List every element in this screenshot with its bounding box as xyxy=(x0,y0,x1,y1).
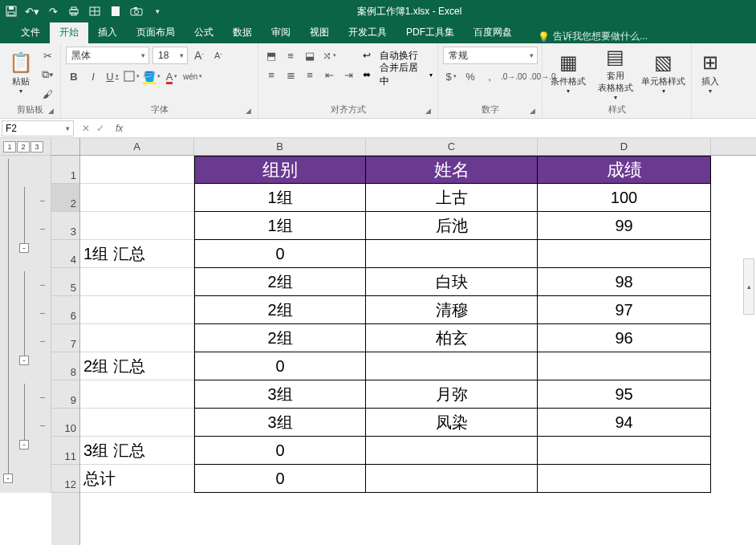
row-header[interactable]: 7 xyxy=(51,324,79,352)
tab-formulas[interactable]: 公式 xyxy=(185,22,223,43)
cell[interactable] xyxy=(80,268,194,296)
collapse-ribbon-button[interactable]: ▴ xyxy=(743,258,754,315)
dialog-launcher-icon[interactable]: ◢ xyxy=(243,107,253,116)
cell[interactable]: 组别 xyxy=(194,156,366,184)
tab-data[interactable]: 数据 xyxy=(223,22,262,43)
cell[interactable]: 0 xyxy=(194,465,366,493)
outline-level-3-button[interactable]: 3 xyxy=(30,141,43,153)
dialog-launcher-icon[interactable]: ◢ xyxy=(46,107,55,116)
qat-customize-icon[interactable]: ▾ xyxy=(151,5,164,18)
cell[interactable] xyxy=(366,437,538,465)
increase-indent-button[interactable]: ⇥ xyxy=(340,66,356,83)
insert-cells-button[interactable]: ⊞插入▾ xyxy=(697,47,724,100)
tab-file[interactable]: 文件 xyxy=(11,22,50,43)
row-header[interactable]: 6 xyxy=(51,296,79,324)
cell[interactable]: 2组 xyxy=(194,296,366,324)
tab-view[interactable]: 视图 xyxy=(300,22,339,43)
enter-formula-button[interactable]: ✓ xyxy=(96,123,104,134)
cell[interactable]: 柏玄 xyxy=(366,324,538,352)
redo-icon[interactable]: ↷ xyxy=(47,5,59,18)
row-header[interactable]: 1 xyxy=(51,156,79,184)
increase-font-button[interactable]: Aˆ xyxy=(191,47,207,64)
cancel-formula-button[interactable]: ✕ xyxy=(82,123,90,134)
outline-level-2-button[interactable]: 2 xyxy=(17,141,30,153)
cell[interactable]: 98 xyxy=(538,268,711,296)
outline-collapse-button[interactable]: - xyxy=(19,243,29,253)
cell[interactable] xyxy=(538,352,711,380)
row-header[interactable]: 4 xyxy=(51,240,79,268)
cell[interactable]: 0 xyxy=(194,437,366,465)
cell[interactable]: 3组 xyxy=(194,409,366,437)
cell[interactable]: 姓名 xyxy=(366,156,538,184)
align-bottom-button[interactable]: ⬓ xyxy=(302,47,318,64)
column-header[interactable]: A xyxy=(80,138,194,155)
quick-print-icon[interactable] xyxy=(67,5,80,18)
cell[interactable]: 上古 xyxy=(366,184,538,212)
cell-styles-button[interactable]: ▧单元格样式▾ xyxy=(641,47,686,100)
font-name-combo[interactable]: 黑体▾ xyxy=(66,47,149,64)
row-header[interactable]: 3 xyxy=(51,212,79,240)
bold-button[interactable]: B xyxy=(66,67,82,85)
cell[interactable]: 2组 xyxy=(194,268,366,296)
border-button[interactable] xyxy=(124,67,140,85)
fill-color-button[interactable]: 🪣 xyxy=(143,67,161,85)
row-header[interactable]: 8 xyxy=(51,352,79,380)
increase-decimal-button[interactable]: .0→.00 xyxy=(501,67,526,85)
row-header[interactable]: 11 xyxy=(51,437,79,465)
cell[interactable] xyxy=(80,156,194,184)
cell[interactable] xyxy=(366,352,538,380)
cell[interactable]: 0 xyxy=(194,352,366,380)
table-icon[interactable] xyxy=(88,5,101,18)
cell[interactable]: 1组 汇总 xyxy=(80,240,194,268)
fx-button[interactable]: fx xyxy=(111,123,128,134)
name-box[interactable]: F2▾ xyxy=(2,120,74,136)
cell[interactable]: 1组 xyxy=(194,212,366,240)
cell[interactable]: 95 xyxy=(538,380,711,409)
cell[interactable]: 94 xyxy=(538,409,711,437)
number-format-combo[interactable]: 常规▾ xyxy=(443,47,538,64)
grid[interactable]: A B C D 组别姓名成绩1组上古1001组后池991组 汇总02组白玦982… xyxy=(80,138,756,545)
font-color-button[interactable]: A xyxy=(164,67,180,85)
format-as-table-button[interactable]: ▤套用 表格格式▾ xyxy=(593,47,638,100)
decrease-decimal-button[interactable]: .00→.0 xyxy=(530,67,555,85)
column-header[interactable]: C xyxy=(366,138,538,155)
undo-icon[interactable]: ↶▾ xyxy=(26,5,39,18)
cell[interactable]: 0 xyxy=(194,240,366,268)
decrease-font-button[interactable]: Aˇ xyxy=(210,47,226,64)
orientation-button[interactable]: ⤭ xyxy=(321,47,337,64)
align-top-button[interactable]: ⬒ xyxy=(263,47,279,64)
align-right-button[interactable]: ≡ xyxy=(302,66,318,83)
cell[interactable] xyxy=(80,409,194,437)
outline-collapse-button[interactable]: - xyxy=(3,474,13,483)
row-header[interactable]: 12 xyxy=(51,465,79,493)
cell[interactable]: 3组 xyxy=(194,380,366,409)
save-icon[interactable] xyxy=(5,5,18,18)
align-middle-button[interactable]: ≡ xyxy=(282,47,299,64)
tab-review[interactable]: 审阅 xyxy=(262,22,300,43)
cell[interactable]: 3组 汇总 xyxy=(80,437,194,465)
cell[interactable] xyxy=(366,240,538,268)
outline-level-1-button[interactable]: 1 xyxy=(3,141,16,153)
italic-button[interactable]: I xyxy=(85,67,101,85)
cell[interactable]: 凤染 xyxy=(366,409,538,437)
cut-button[interactable]: ✂ xyxy=(39,47,55,64)
decrease-indent-button[interactable]: ⇤ xyxy=(321,66,337,83)
tab-baidu[interactable]: 百度网盘 xyxy=(464,22,522,43)
dialog-launcher-icon[interactable]: ◢ xyxy=(423,107,433,116)
outline-collapse-button[interactable]: - xyxy=(19,356,29,365)
cell[interactable]: 总计 xyxy=(80,465,194,493)
cell[interactable]: 成绩 xyxy=(538,156,711,184)
comma-button[interactable]: , xyxy=(482,67,498,85)
cell[interactable]: 99 xyxy=(538,212,711,240)
cell[interactable] xyxy=(80,296,194,324)
cell[interactable] xyxy=(80,380,194,409)
phonetic-guide-button[interactable]: wén xyxy=(183,67,202,85)
cell[interactable]: 后池 xyxy=(366,212,538,240)
cell[interactable] xyxy=(538,465,711,493)
cell[interactable] xyxy=(538,240,711,268)
cell[interactable] xyxy=(80,212,194,240)
accounting-format-button[interactable]: $ xyxy=(443,67,459,85)
row-header[interactable]: 2 xyxy=(51,184,79,212)
outline-collapse-button[interactable]: - xyxy=(19,440,29,449)
tab-developer[interactable]: 开发工具 xyxy=(339,22,396,43)
